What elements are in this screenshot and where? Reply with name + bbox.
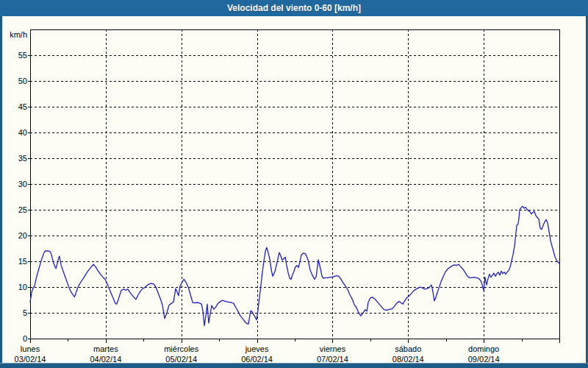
y-tick-label: 0	[23, 334, 27, 343]
x-axis-day-label: martes	[93, 344, 118, 353]
window-border-left	[0, 16, 2, 368]
y-tick-label: 30	[18, 180, 27, 188]
x-axis-day-label: miércoles	[164, 344, 199, 353]
y-tick-label: 50	[18, 77, 27, 85]
y-tick-label: 25	[18, 205, 27, 214]
x-axis-day-label: lunes	[21, 344, 40, 353]
y-axis-unit-label: km/h	[10, 30, 27, 39]
app-window: 0510152025303540455055km/hlunes03/02/14m…	[0, 0, 588, 368]
y-tick-label: 45	[18, 102, 27, 111]
y-tick-label: 35	[18, 154, 27, 163]
wind-speed-chart: 0510152025303540455055km/hlunes03/02/14m…	[0, 0, 588, 368]
y-tick-label: 5	[23, 308, 27, 317]
wind-speed-line	[30, 206, 559, 325]
y-tick-label: 20	[18, 231, 27, 240]
window-title: Velocidad del viento 0-60 [km/h]	[227, 3, 361, 13]
y-tick-label: 15	[18, 257, 27, 266]
x-axis-day-label: jueves	[245, 344, 269, 353]
x-axis-day-label: viernes	[320, 344, 346, 353]
y-tick-label: 55	[18, 51, 27, 60]
window-border-bottom	[0, 363, 588, 368]
title-bar: Velocidad del viento 0-60 [km/h]	[0, 0, 588, 16]
y-tick-label: 40	[18, 128, 27, 137]
x-axis-day-label: sábado	[395, 344, 421, 353]
y-tick-label: 10	[18, 283, 27, 291]
x-axis-day-label: domingo	[468, 344, 499, 353]
